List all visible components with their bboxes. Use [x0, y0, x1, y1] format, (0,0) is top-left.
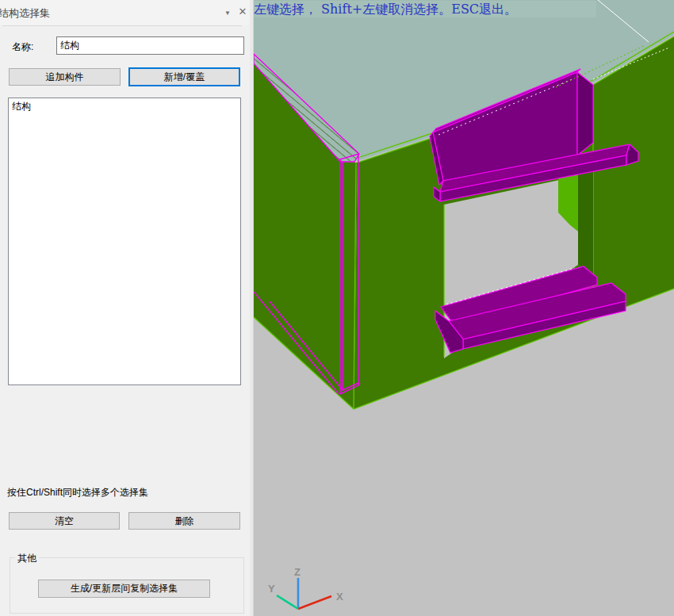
- multi-select-hint: 按住Ctrl/Shift同时选择多个选择集: [7, 486, 245, 499]
- generate-update-button[interactable]: 生成/更新层间复制选择集: [38, 580, 210, 598]
- new-overwrite-button[interactable]: 新增/覆盖: [128, 67, 240, 86]
- selection-set-list[interactable]: 结构: [8, 98, 241, 385]
- axis-x-label: X: [336, 591, 343, 603]
- titlebar-separator: [2, 25, 242, 26]
- clear-button[interactable]: 清空: [9, 512, 120, 530]
- collapse-icon[interactable]: ▼: [220, 6, 235, 21]
- app-window: 结构选择集 ▼ ✕ 名称: 追加构件 新增/覆盖 结构 按住Ctrl/Shift…: [0, 0, 674, 616]
- close-icon[interactable]: ✕: [236, 5, 250, 19]
- panel-title: 结构选择集: [0, 6, 50, 21]
- viewport-message: 左键选择， Shift+左键取消选择。ESC退出。: [254, 1, 596, 17]
- selection-set-panel: 结构选择集 ▼ ✕ 名称: 追加构件 新增/覆盖 结构 按住Ctrl/Shift…: [0, 0, 250, 616]
- list-item[interactable]: 结构: [9, 98, 240, 114]
- other-groupbox: 其他 生成/更新层间复制选择集: [10, 557, 244, 614]
- delete-button[interactable]: 删除: [128, 512, 240, 530]
- name-label: 名称:: [12, 40, 33, 54]
- axis-y-label: Y: [268, 583, 275, 595]
- panel-titlebar[interactable]: 结构选择集 ▼ ✕: [0, 0, 250, 25]
- 3d-model-canvas[interactable]: Z X Y: [254, 0, 674, 616]
- axis-z-label: Z: [294, 566, 301, 578]
- window-jamb-dark-face[interactable]: [578, 162, 593, 276]
- other-group-label: 其他: [15, 552, 39, 565]
- 3d-viewport[interactable]: Z X Y 左键选择， Shift+左键取消选择。ESC退出。: [254, 0, 674, 616]
- name-input[interactable]: [56, 36, 244, 55]
- append-member-button[interactable]: 追加构件: [9, 68, 121, 86]
